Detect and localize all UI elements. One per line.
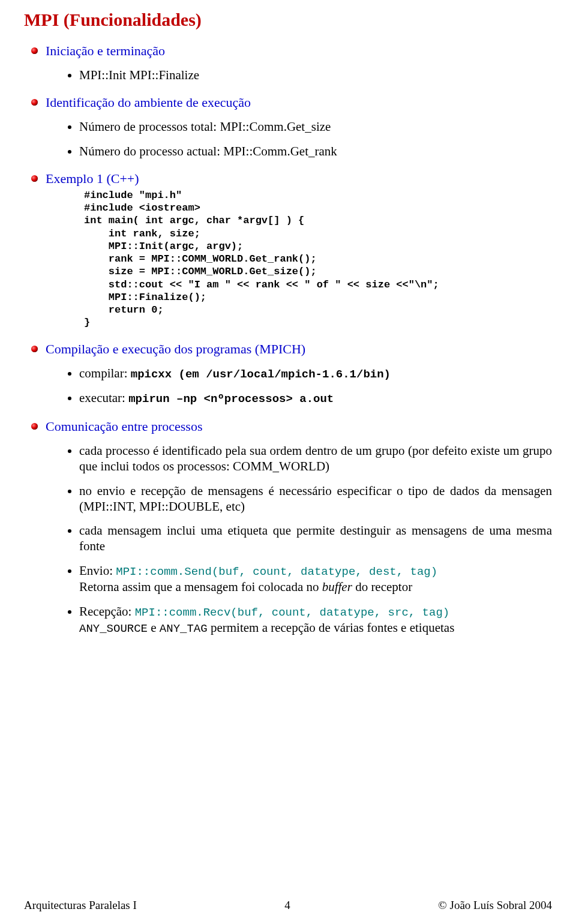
- recv-api: MPI::comm.Recv(buf, count, datatype, src…: [135, 606, 450, 619]
- section-init: Iniciação e terminação MPI::Init MPI::Fi…: [24, 43, 552, 83]
- recv-any-source: ANY_SOURCE: [79, 622, 148, 635]
- init-api-item: MPI::Init MPI::Finalize: [79, 67, 552, 83]
- comm-envio: Envio: MPI::comm.Send(buf, count, dataty…: [79, 563, 552, 595]
- recv-mid: e: [148, 620, 160, 635]
- compile-prefix: compilar:: [79, 366, 131, 380]
- section-compile: Compilação e execução dos programas (MPI…: [24, 341, 552, 407]
- envio-label: Envio:: [79, 563, 116, 578]
- section-comm: Comunicação entre processos cada process…: [24, 419, 552, 637]
- page-footer: Arquitecturas Paralelas I 4 © João Luís …: [24, 899, 552, 912]
- ident-item-size: Número de processos total: MPI::Comm.Get…: [79, 119, 552, 134]
- document-page: MPI (Funcionalidades) Iniciação e termin…: [0, 0, 576, 924]
- compile-items: compilar: mpicxx (em /usr/local/mpich-1.…: [46, 365, 552, 407]
- recv-label: Recepção:: [79, 604, 135, 619]
- recv-any-tag: ANY_TAG: [160, 622, 208, 635]
- recv-desc: permitem a recepção de várias fontes e e…: [208, 620, 455, 635]
- section-heading: Exemplo 1 (C++): [46, 171, 552, 187]
- ident-item-rank: Número do processo actual: MPI::Comm.Get…: [79, 143, 552, 159]
- section-heading: Compilação e execução dos programas (MPI…: [46, 341, 552, 357]
- section-ident: Identificação do ambiente de execução Nú…: [24, 95, 552, 159]
- section-example: Exemplo 1 (C++) #include "mpi.h" #includ…: [24, 171, 552, 329]
- comm-items: cada processo é identificado pela sua or…: [46, 443, 552, 637]
- comm-recv: Recepção: MPI::comm.Recv(buf, count, dat…: [79, 604, 552, 637]
- footer-page-number: 4: [284, 899, 290, 912]
- envio-desc-a: Retorna assim que a mensagem foi colocad…: [79, 580, 322, 594]
- envio-buffer-word: buffer: [322, 580, 352, 594]
- envio-desc-c: do receptor: [352, 580, 412, 594]
- comm-p1: cada processo é identificado pela sua or…: [79, 443, 552, 475]
- footer-right: © João Luís Sobral 2004: [438, 899, 552, 912]
- comm-p3: cada mensagem inclui uma etiqueta que pe…: [79, 523, 552, 554]
- init-items: MPI::Init MPI::Finalize: [46, 67, 552, 83]
- section-heading: Comunicação entre processos: [46, 419, 552, 434]
- envio-api: MPI::comm.Send(buf, count, datatype, des…: [116, 565, 437, 578]
- comm-p2: no envio e recepção de mensagens é neces…: [79, 483, 552, 515]
- code-block: #include "mpi.h" #include <iostream> int…: [84, 189, 552, 329]
- page-title: MPI (Funcionalidades): [24, 10, 552, 30]
- section-heading: Identificação do ambiente de execução: [46, 95, 552, 110]
- footer-left: Arquitecturas Paralelas I: [24, 899, 137, 912]
- section-heading: Iniciação e terminação: [46, 43, 552, 59]
- compile-cmd: mpicxx (em /usr/local/mpich-1.6.1/bin): [131, 368, 391, 381]
- content-list: Iniciação e terminação MPI::Init MPI::Fi…: [24, 43, 552, 637]
- exec-prefix: executar:: [79, 391, 128, 405]
- exec-item: executar: mpirun –np <nºprocessos> a.out: [79, 390, 552, 407]
- exec-cmd: mpirun –np <nºprocessos> a.out: [128, 392, 334, 406]
- ident-items: Número de processos total: MPI::Comm.Get…: [46, 119, 552, 159]
- compile-item: compilar: mpicxx (em /usr/local/mpich-1.…: [79, 365, 552, 382]
